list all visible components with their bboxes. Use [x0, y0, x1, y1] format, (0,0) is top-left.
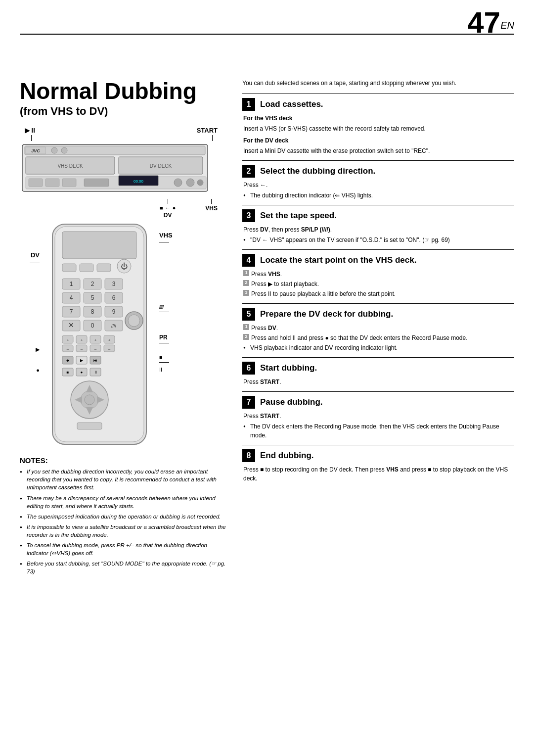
vcr-body-svg: JVC VHS DECK DV DECK — [20, 142, 213, 196]
left-column: Normal Dubbing (from VHS to DV) ▶ II STA… — [20, 79, 227, 578]
step-8-header: 8 End dubbing. — [242, 449, 514, 462]
svg-text:●: ● — [81, 370, 83, 375]
play-arrow-left: ▶ — [36, 346, 40, 353]
svg-rect-13 — [62, 179, 76, 187]
svg-text:00:00: 00:00 — [134, 179, 144, 184]
notes-item-2: There may be a discrepancy of several se… — [20, 494, 227, 510]
step-6-title: Start dubbing. — [260, 363, 317, 373]
step-3-number: 3 — [242, 209, 255, 222]
intro-text: You can dub selected scenes on a tape, s… — [242, 79, 514, 88]
svg-text:9: 9 — [112, 308, 116, 315]
svg-text:–: – — [81, 347, 83, 351]
svg-text:JVC: JVC — [31, 148, 40, 153]
en-label: EN — [500, 20, 514, 31]
svg-text:1: 1 — [70, 281, 73, 287]
svg-point-4 — [51, 147, 57, 153]
dv-deck-label: For the DV deck — [243, 137, 288, 144]
step-2-title: Select the dubbing direction. — [260, 166, 375, 176]
vhs-deck-label: For the VHS deck — [243, 115, 292, 122]
page-title: Normal Dubbing — [20, 79, 227, 103]
svg-text:DV DECK: DV DECK — [150, 163, 172, 169]
step-5-section: 5 Prepare the DV deck for dubbing. 1Pres… — [242, 303, 514, 352]
step-2-header: 2 Select the dubbing direction. — [242, 165, 514, 178]
svg-text:VHS DECK: VHS DECK — [57, 163, 83, 169]
svg-text:7: 7 — [70, 308, 73, 315]
notes-item-5: To cancel the dubbing mode, press PR +/–… — [20, 541, 227, 557]
svg-rect-27 — [97, 264, 111, 272]
step-4-item-1: 1Press VHS. — [243, 270, 514, 279]
step-4-section: 4 Locate the start point on the VHS deck… — [242, 249, 514, 298]
step-3-press: Press DV, then press SP/LP (////). — [243, 225, 514, 234]
pr-label: PR — [159, 334, 168, 341]
svg-text:////: //// — [111, 324, 117, 329]
device-diagram: ▶ II START JVC — [20, 127, 227, 449]
step-7-press: Press START. — [243, 412, 514, 421]
step-8-text: Press ■ to stop recording on the DV deck… — [243, 465, 514, 483]
svg-text:4: 4 — [70, 294, 73, 301]
step-7-number: 7 — [242, 396, 255, 409]
step-3-title: Set the tape speed. — [260, 211, 337, 221]
step-5-bullet: VHS playback indicator and DV recording … — [243, 343, 514, 352]
svg-text:+: + — [108, 338, 111, 342]
notes-section: NOTES: If you set the dubbing direction … — [20, 456, 227, 575]
step-6-number: 6 — [242, 362, 255, 375]
svg-text:+: + — [81, 338, 83, 342]
svg-text:⏸: ⏸ — [93, 370, 97, 375]
svg-text:⏻: ⏻ — [121, 262, 128, 270]
step-8-number: 8 — [242, 449, 255, 462]
step-4-body: 1Press VHS. 2Press ▶ to start playback. … — [242, 270, 514, 298]
step-7-header: 7 Pause dubbing. — [242, 396, 514, 409]
notes-item-4: It is impossible to view a satellite bro… — [20, 523, 227, 539]
svg-text:■: ■ — [67, 370, 69, 375]
step-3-header: 3 Set the tape speed. — [242, 209, 514, 222]
step-5-number: 5 — [242, 308, 255, 321]
svg-text:0: 0 — [91, 322, 94, 329]
step-3-body: Press DV, then press SP/LP (////). "DV ←… — [242, 225, 514, 244]
step-7-section: 7 Pause dubbing. Press START. The DV dec… — [242, 391, 514, 440]
jog-label: //// — [159, 304, 163, 310]
step-4-item-3: 3Press II to pause playback a little bef… — [243, 289, 514, 298]
step-3-section: 3 Set the tape speed. Press DV, then pre… — [242, 205, 514, 244]
step-1-number: 1 — [242, 98, 255, 111]
step-5-header: 5 Prepare the DV deck for dubbing. — [242, 308, 514, 321]
notes-item-3: The superimposed indication during the o… — [20, 513, 227, 520]
step-6-press: Press START. — [243, 378, 514, 386]
step-2-body: Press ←. The dubbing direction indicator… — [242, 181, 514, 200]
svg-text:–: – — [67, 347, 69, 351]
svg-point-53 — [128, 315, 140, 327]
step-5-body: 1Press DV. 2Press and hold II and press … — [242, 324, 514, 352]
step-1-section: 1 Load cassettes. For the VHS deck Inser… — [242, 94, 514, 155]
step-8-body: Press ■ to stop recording on the DV deck… — [242, 465, 514, 483]
step-6-section: 6 Start dubbing. Press START. — [242, 357, 514, 386]
step-8-section: 8 End dubbing. Press ■ to stop recording… — [242, 445, 514, 483]
svg-point-15 — [174, 179, 182, 187]
step-4-number: 4 — [242, 254, 255, 267]
step-3-bullet: "DV ← VHS" appears on the TV screen if "… — [243, 236, 514, 244]
svg-text:3: 3 — [112, 281, 116, 287]
svg-text:▶: ▶ — [80, 358, 84, 363]
notes-item-6: Before you start dubbing, set "SOUND MOD… — [20, 560, 227, 575]
svg-text:2: 2 — [91, 281, 94, 287]
step-4-title: Locate the start point on the VHS deck. — [260, 255, 416, 265]
notes-title: NOTES: — [20, 456, 227, 465]
step-7-bullet: The DV deck enters the Recording Pause m… — [243, 422, 514, 440]
svg-point-17 — [197, 180, 203, 186]
notes-item-1: If you set the dubbing direction incorre… — [20, 468, 227, 491]
svg-text:–: – — [108, 347, 111, 351]
vhs-remote-label: VHS — [159, 232, 173, 239]
notes-list: If you set the dubbing direction incorre… — [20, 468, 227, 575]
step-1-dv-text: Insert a Mini DV cassette with the erase… — [243, 146, 514, 155]
svg-point-88 — [85, 395, 94, 405]
step-5-item-1: 1Press DV. — [243, 324, 514, 332]
step-2-press: Press ←. — [243, 181, 514, 189]
step-4-header: 4 Locate the start point on the VHS deck… — [242, 254, 514, 267]
svg-text:–: – — [94, 347, 97, 351]
page-header: EN 47 — [20, 0, 514, 35]
step-5-item-2: 2Press and hold II and press ● so that t… — [243, 333, 514, 342]
svg-rect-25 — [62, 264, 76, 272]
svg-rect-14 — [84, 179, 109, 187]
svg-point-5 — [61, 147, 67, 153]
step-2-section: 2 Select the dubbing direction. Press ←.… — [242, 160, 514, 200]
svg-point-16 — [186, 179, 194, 187]
svg-rect-26 — [80, 264, 93, 272]
